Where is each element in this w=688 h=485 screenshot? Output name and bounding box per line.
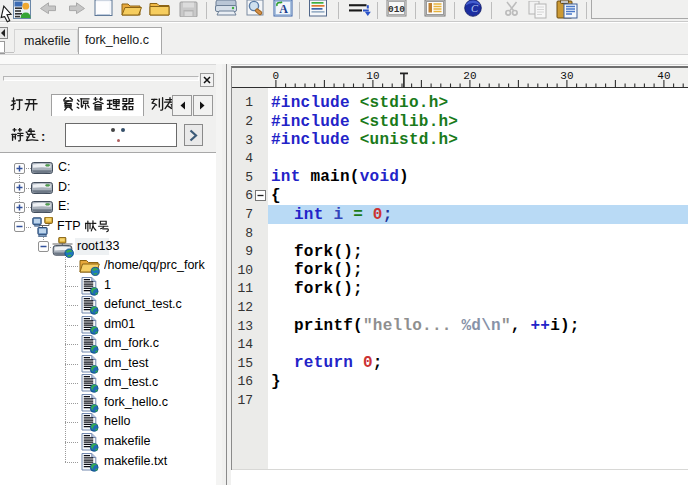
svg-text:010: 010 [388, 4, 405, 15]
svg-text:A: A [279, 2, 288, 16]
svg-text:C: C [471, 3, 479, 14]
